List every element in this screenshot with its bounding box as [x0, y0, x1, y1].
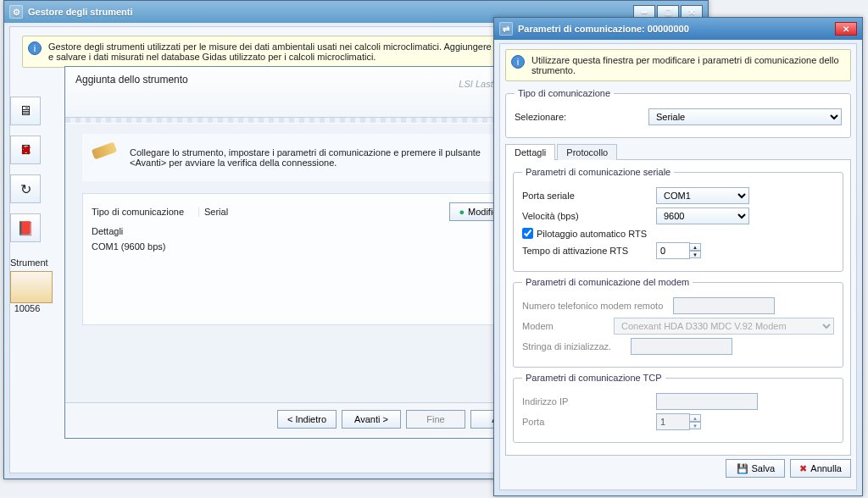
group-serial-legend: Parametri di comunicazione seriale	[522, 167, 674, 177]
dlg-titlebar: ⇄ Parametri di comunicazione: 00000000 ✕	[494, 18, 862, 40]
select-comm-row: Selezionare: Seriale	[515, 108, 842, 125]
tcp-port-label: Porta	[522, 417, 649, 427]
nav-icon-device[interactable]: 🖥	[10, 97, 41, 125]
dlg-icon: ⇄	[499, 22, 513, 36]
next-button[interactable]: Avanti >	[342, 410, 401, 429]
wizard-buttons: < Indietro Avanti > Fine Ann	[65, 402, 538, 435]
group-tcp: Parametri di comunicazione TCP Indirizzo…	[513, 373, 843, 443]
back-button[interactable]: < Indietro	[277, 410, 337, 429]
group-serial: Parametri di comunicazione seriale Porta…	[513, 167, 843, 272]
cancel-icon: ✖	[799, 463, 807, 474]
comm-type-label: Tipo di comunicazione	[92, 207, 193, 217]
group-modem-legend: Parametri di comunicazione del modem	[522, 277, 693, 287]
thumb-label: 10056	[10, 303, 44, 313]
save-button[interactable]: 💾Salva	[726, 459, 785, 478]
strumenti-label: Strument	[10, 257, 44, 268]
modem-init-input	[631, 338, 732, 355]
left-nav: 🖥 🖥✖ ↻ 📕 Strument 10056	[10, 86, 44, 313]
port-label: Porta seriale	[522, 191, 649, 201]
wizard-instruction-box: Collegare lo strumento, impostare i para…	[82, 134, 521, 181]
wizard-header: Aggiunta dello strumento LSI Lastem	[65, 67, 538, 118]
rts-time-spin[interactable]: ▲▼	[656, 242, 701, 259]
details-label: Dettagli	[92, 226, 193, 236]
tcp-port-input	[656, 413, 690, 430]
info-icon: i	[28, 42, 42, 55]
group-modem: Parametri di comunicazione del modem Num…	[513, 277, 843, 368]
save-icon: 💾	[737, 463, 748, 474]
wizard-window: Aggiunta dello strumento LSI Lastem Coll…	[64, 66, 539, 439]
comm-dialog: ⇄ Parametri di comunicazione: 00000000 ✕…	[493, 17, 863, 496]
modem-phone-input	[673, 297, 775, 314]
dlg-info-icon: i	[511, 55, 525, 69]
tcp-spin-up: ▲	[689, 414, 701, 422]
device-thumbnail[interactable]	[10, 271, 53, 303]
pin-icon	[92, 142, 117, 160]
details-value-row: COM1 (9600 bps)	[92, 241, 512, 252]
speed-label: Velocità (bps)	[522, 211, 649, 221]
group-tcp-legend: Parametri di comunicazione TCP	[522, 373, 665, 383]
comm-type-value: Serial	[198, 207, 444, 217]
group-comm-type-legend: Tipo di comunicazione	[515, 88, 614, 98]
comm-type-row: Tipo di comunicazione Serial ●Modifica	[92, 202, 512, 221]
ip-label: Indirizzo IP	[522, 396, 649, 407]
nav-icon-remove[interactable]: 🖥✖	[10, 136, 41, 164]
modem-label: Modem	[522, 321, 607, 331]
port-select[interactable]: COM1	[656, 187, 749, 204]
speed-select[interactable]: 9600	[656, 208, 749, 224]
ip-input	[656, 393, 758, 410]
dlg-cancel-button[interactable]: ✖Annulla	[790, 459, 851, 478]
dlg-title: Parametri di comunicazione: 00000000	[518, 24, 689, 34]
tab-details[interactable]: Dettagli	[505, 144, 555, 160]
rts-auto-checkbox[interactable]	[522, 228, 533, 239]
dlg-close-button[interactable]: ✕	[835, 22, 857, 36]
rts-time-input[interactable]	[656, 242, 690, 259]
spin-up[interactable]: ▲	[689, 243, 701, 251]
modem-select: Conexant HDA D330 MDC V.92 Modem	[614, 318, 834, 335]
dlg-content: i Utilizzare questa finestra per modific…	[499, 43, 857, 490]
nav-icon-help[interactable]: 📕	[10, 213, 41, 242]
finish-button: Fine	[406, 410, 465, 429]
tcp-spin-down: ▼	[689, 422, 701, 429]
modem-phone-label: Numero telefonico modem remoto	[522, 301, 666, 311]
details-value: COM1 (9600 bps)	[92, 241, 165, 252]
nav-icon-refresh[interactable]: ↻	[10, 174, 41, 203]
dlg-info: i Utilizzare questa finestra per modific…	[505, 49, 851, 81]
select-label: Selezionare:	[515, 112, 642, 122]
rts-auto-label: Pilotaggio automatico RTS	[537, 229, 647, 239]
tabs: Dettagli Protocollo	[505, 144, 851, 160]
details-row: Dettagli	[92, 226, 512, 236]
group-comm-type: Tipo di comunicazione Selezionare: Seria…	[505, 88, 851, 138]
app-icon: ⚙	[9, 5, 23, 19]
spin-down[interactable]: ▼	[689, 251, 701, 258]
tab-protocol[interactable]: Protocollo	[557, 144, 617, 160]
dlg-info-text: Utilizzare questa finestra per modificar…	[531, 55, 839, 75]
modem-init-label: Stringa di inizializzaz.	[522, 341, 624, 351]
tab-body: Parametri di comunicazione seriale Porta…	[505, 159, 851, 456]
comm-type-select[interactable]: Seriale	[648, 108, 842, 125]
wizard-body: Collegare lo strumento, impostare i para…	[65, 123, 538, 402]
wizard-instruction-text: Collegare lo strumento, impostare i para…	[130, 147, 481, 168]
rts-time-label: Tempo di attivazione RTS	[522, 246, 649, 256]
main-title: Gestore degli strumenti	[28, 7, 132, 17]
tcp-port-spin: ▲▼	[656, 413, 701, 430]
